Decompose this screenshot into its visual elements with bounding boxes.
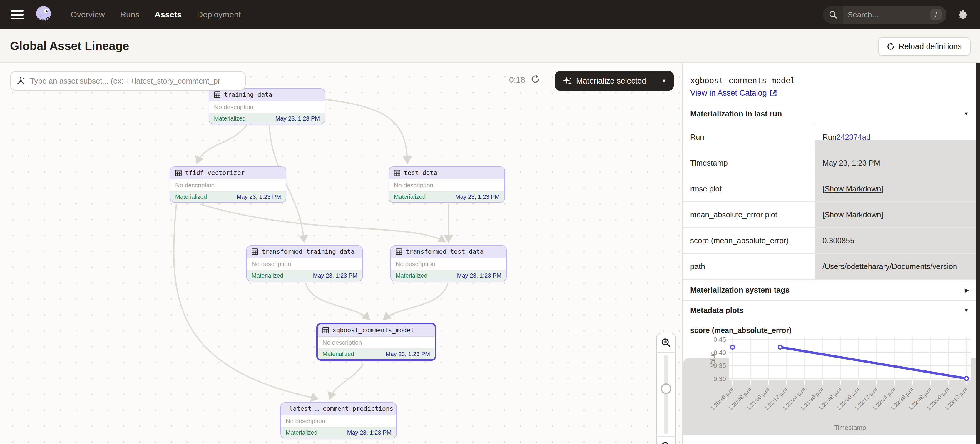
- asset-node-transformed_test_data[interactable]: transformed_test_dataNo descriptionMater…: [390, 245, 507, 282]
- reload-definitions-label: Reload definitions: [899, 42, 962, 51]
- asset-name: xgboost_comments_model: [332, 327, 414, 334]
- zoom-in-button[interactable]: [656, 333, 676, 353]
- asset-description: No description: [209, 101, 325, 113]
- metadata-link[interactable]: [Show Markdown]: [822, 210, 883, 220]
- asset-description: No description: [170, 179, 286, 192]
- status-badge: Materialized: [214, 115, 246, 122]
- nav-item-deployment[interactable]: Deployment: [197, 10, 241, 19]
- asset-node-xgboost_comments_model[interactable]: xgboost_comments_modelNo descriptionMate…: [316, 323, 436, 361]
- asset-name: test_data: [404, 169, 438, 177]
- section-metadata-plots[interactable]: Metadata plots ▼: [682, 300, 977, 320]
- zoom-out-button[interactable]: [656, 436, 676, 444]
- asset-details-panel: xgboost_comments_model View in Asset Cat…: [682, 63, 977, 444]
- table-icon: [175, 170, 181, 176]
- metadata-row-timestamp: TimestampMay 23, 1:23 PM: [682, 150, 977, 176]
- metadata-row-score-mean-absolute-error-: score (mean_absolute_error)0.300855: [682, 228, 977, 254]
- asset-node-header: transformed_test_data: [391, 246, 506, 258]
- asset-node-header: tfidf_vectorizer: [170, 167, 286, 179]
- lineage-edge: [330, 364, 363, 399]
- metadata-label: score (mean_absolute_error): [682, 228, 815, 253]
- asset-node-latest_-_comment_predictions[interactable]: latest_…_comment_predictionsNo descripti…: [280, 402, 397, 438]
- metadata-label: path: [682, 254, 815, 279]
- chevron-down-icon: ▼: [964, 307, 969, 314]
- view-in-asset-catalog-link[interactable]: View in Asset Catalog: [690, 89, 977, 98]
- search-shortcut-key: /: [930, 10, 942, 20]
- asset-node-test_data[interactable]: test_dataNo descriptionMaterializedMay 2…: [388, 166, 505, 202]
- asset-description: No description: [281, 415, 396, 428]
- metadata-link[interactable]: [Show Markdown]: [822, 185, 883, 194]
- asset-status-row: MaterializedMay 23, 1:23 PM: [247, 271, 362, 281]
- zoom-slider-handle[interactable]: [661, 384, 671, 394]
- materialization-timestamp: May 23, 1:23 PM: [313, 272, 358, 279]
- score-line-chart: 0.450.400.350.30Value1:20:36 p.m.1:20:48…: [682, 336, 977, 434]
- section-materialization-last-run[interactable]: Materialization in last run ▼: [682, 103, 977, 124]
- zoom-slider[interactable]: [664, 355, 668, 434]
- materialize-selected-button[interactable]: Materialize selected ▼: [555, 71, 674, 91]
- asset-node-header: latest_…_comment_predictions: [281, 403, 396, 415]
- lineage-edge: [174, 204, 317, 399]
- dagster-global-asset-lineage-page: OverviewRunsAssetsDeployment Search... /…: [0, 0, 980, 444]
- metadata-table: RunRun 242374adTimestampMay 23, 1:23 PMr…: [682, 124, 977, 280]
- x-axis-label: Timestamp: [834, 424, 866, 431]
- status-badge: Materialized: [396, 272, 427, 279]
- asset-description: No description: [318, 337, 435, 349]
- settings-gear-icon[interactable]: [957, 9, 968, 20]
- status-badge: Materialized: [175, 194, 207, 200]
- top-navbar: OverviewRunsAssetsDeployment Search... /: [0, 0, 980, 29]
- chart-data-point: [731, 345, 735, 349]
- asset-status-row: MaterializedMay 23, 1:23 PM: [170, 192, 286, 202]
- nav-item-overview[interactable]: Overview: [70, 10, 105, 19]
- reload-definitions-button[interactable]: Reload definitions: [878, 37, 970, 56]
- asset-node-header: xgboost_comments_model: [318, 324, 435, 337]
- page-header: Global Asset Lineage Reload definitions: [0, 29, 980, 63]
- materialization-timestamp: May 23, 1:23 PM: [275, 115, 320, 122]
- graph-refresh-icon[interactable]: [531, 75, 540, 86]
- sparkle-icon: [563, 76, 572, 86]
- refresh-icon: [887, 43, 894, 50]
- asset-name: transformed_training_data: [262, 248, 355, 255]
- asset-subset-filter-input[interactable]: Type an asset subset... (ex: ++latest_st…: [10, 71, 246, 91]
- table-icon: [396, 248, 402, 255]
- metadata-label: mean_absolute_error plot: [682, 202, 815, 227]
- chart-data-point: [965, 377, 969, 380]
- asset-status-row: MaterializedMay 23, 1:23 PM: [391, 271, 506, 281]
- y-axis-label: Value: [709, 352, 716, 368]
- metadata-label: Timestamp: [682, 150, 815, 175]
- nav-items: OverviewRunsAssetsDeployment: [70, 10, 241, 19]
- metadata-value: /Users/odetteharary/Documents/version: [815, 254, 977, 279]
- section-label: Metadata plots: [690, 306, 744, 315]
- asset-node-header: test_data: [389, 167, 504, 179]
- materialize-dropdown-caret[interactable]: ▼: [654, 75, 674, 87]
- status-badge: Materialized: [251, 272, 283, 279]
- run-id-link[interactable]: 242374ad: [837, 133, 871, 142]
- page-title: Global Asset Lineage: [10, 40, 129, 53]
- asset-name: training_data: [224, 91, 272, 98]
- section-system-tags[interactable]: Materialization system tags ▶: [682, 280, 977, 300]
- metadata-value: [Show Markdown]: [815, 176, 977, 201]
- metadata-value: [Show Markdown]: [815, 202, 977, 227]
- asset-node-tfidf_vectorizer[interactable]: tfidf_vectorizerNo descriptionMaterializ…: [170, 166, 286, 202]
- global-search-input[interactable]: Search... /: [823, 6, 947, 24]
- asset-description: No description: [391, 258, 506, 271]
- nav-item-runs[interactable]: Runs: [120, 10, 139, 19]
- asset-node-transformed_training_data[interactable]: transformed_training_dataNo descriptionM…: [246, 245, 363, 282]
- asset-status-row: MaterializedMay 23, 1:23 PM: [281, 428, 396, 438]
- materialize-selected-label: Materialize selected: [576, 76, 646, 86]
- asset-subset-placeholder: Type an asset subset... (ex: ++latest_st…: [30, 76, 220, 86]
- materialization-timestamp: May 23, 1:23 PM: [386, 351, 430, 358]
- asset-graph-icon: [16, 76, 25, 85]
- y-tick-label: 0.45: [713, 336, 726, 343]
- asset-name: tfidf_vectorizer: [185, 169, 245, 177]
- section-label: Materialization system tags: [690, 285, 789, 294]
- asset-node-training_data[interactable]: training_dataNo descriptionMaterializedM…: [209, 88, 325, 124]
- asset-name: latest_…_comment_predictions: [289, 405, 393, 412]
- asset-node-header: training_data: [209, 89, 325, 101]
- metadata-link[interactable]: /Users/odetteharary/Documents/version: [822, 262, 957, 271]
- search-placeholder: Search...: [848, 10, 930, 19]
- nav-item-assets[interactable]: Assets: [154, 10, 181, 19]
- lineage-edge: [200, 204, 445, 242]
- dagster-logo[interactable]: [34, 5, 54, 25]
- menu-icon[interactable]: [11, 10, 24, 19]
- asset-status-row: MaterializedMay 23, 1:23 PM: [389, 192, 504, 202]
- metadata-row-run: RunRun 242374ad: [682, 124, 977, 150]
